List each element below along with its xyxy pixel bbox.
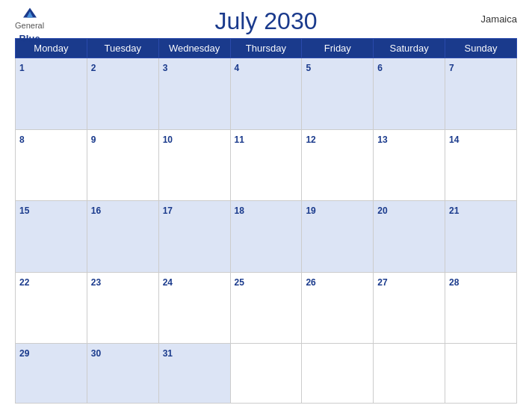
country-label: Jamaica bbox=[481, 13, 517, 25]
day-number: 2 bbox=[91, 63, 96, 73]
table-row: 5 bbox=[302, 58, 374, 130]
table-row: 8 bbox=[16, 129, 87, 201]
day-number: 22 bbox=[19, 277, 29, 288]
table-row bbox=[230, 344, 302, 404]
table-row: 6 bbox=[374, 58, 445, 130]
day-number: 14 bbox=[449, 135, 459, 145]
table-row: 2 bbox=[87, 58, 158, 130]
calendar-week-row: 22232425262728 bbox=[16, 272, 517, 344]
calendar-week-row: 15161718192021 bbox=[16, 201, 517, 273]
header-wednesday: Wednesday bbox=[158, 39, 230, 58]
table-row: 14 bbox=[445, 129, 517, 201]
header-sunday: Sunday bbox=[445, 39, 517, 58]
table-row bbox=[302, 344, 374, 404]
day-number: 12 bbox=[306, 135, 315, 145]
table-row: 10 bbox=[158, 129, 230, 201]
day-number: 7 bbox=[449, 63, 454, 73]
table-row: 17 bbox=[158, 201, 230, 273]
day-number: 3 bbox=[163, 63, 168, 73]
day-number: 4 bbox=[235, 63, 240, 73]
table-row: 25 bbox=[230, 272, 302, 344]
day-number: 31 bbox=[163, 348, 173, 359]
day-number: 19 bbox=[306, 206, 315, 216]
table-row: 30 bbox=[87, 344, 158, 404]
table-row: 11 bbox=[230, 129, 302, 201]
table-row: 28 bbox=[445, 272, 517, 344]
table-row: 16 bbox=[87, 201, 158, 273]
table-row bbox=[445, 344, 517, 404]
header-thursday: Thursday bbox=[230, 39, 302, 58]
table-row: 21 bbox=[445, 201, 517, 273]
table-row: 24 bbox=[158, 272, 230, 344]
day-number: 15 bbox=[19, 206, 29, 216]
day-number: 21 bbox=[449, 206, 459, 216]
day-number: 20 bbox=[377, 206, 387, 216]
day-number: 26 bbox=[306, 277, 315, 288]
header-saturday: Saturday bbox=[374, 39, 445, 58]
calendar-week-row: 293031 bbox=[16, 344, 517, 404]
day-number: 29 bbox=[19, 348, 29, 359]
day-number: 5 bbox=[306, 63, 311, 73]
day-number: 18 bbox=[235, 206, 244, 216]
table-row: 15 bbox=[16, 201, 87, 273]
day-number: 8 bbox=[19, 135, 25, 145]
table-row: 27 bbox=[374, 272, 445, 344]
day-number: 27 bbox=[377, 277, 387, 288]
day-number: 16 bbox=[91, 206, 101, 216]
day-number: 11 bbox=[235, 135, 244, 145]
table-row: 3 bbox=[158, 58, 230, 130]
day-number: 30 bbox=[91, 348, 101, 359]
day-number: 13 bbox=[377, 135, 387, 145]
day-number: 25 bbox=[235, 277, 244, 288]
table-row: 7 bbox=[445, 58, 517, 130]
table-row: 20 bbox=[374, 201, 445, 273]
table-row: 18 bbox=[230, 201, 302, 273]
day-number: 1 bbox=[19, 63, 25, 73]
table-row: 23 bbox=[87, 272, 158, 344]
table-row: 1 bbox=[16, 58, 87, 130]
day-number: 28 bbox=[449, 277, 459, 288]
table-row: 9 bbox=[87, 129, 158, 201]
table-row: 12 bbox=[302, 129, 374, 201]
day-number: 10 bbox=[163, 135, 173, 145]
calendar-week-row: 1234567 bbox=[16, 58, 517, 130]
table-row: 26 bbox=[302, 272, 374, 344]
table-row: 13 bbox=[374, 129, 445, 201]
day-number: 6 bbox=[377, 63, 383, 73]
table-row bbox=[374, 344, 445, 404]
weekday-header-row: Monday Tuesday Wednesday Thursday Friday… bbox=[16, 39, 517, 58]
logo-general-text: General bbox=[15, 21, 44, 30]
header-friday: Friday bbox=[302, 39, 374, 58]
calendar-week-row: 891011121314 bbox=[16, 129, 517, 201]
logo-icon bbox=[23, 7, 37, 18]
day-number: 17 bbox=[163, 206, 173, 216]
table-row: 4 bbox=[230, 58, 302, 130]
calendar-table: Monday Tuesday Wednesday Thursday Friday… bbox=[15, 38, 517, 404]
logo: General Blue bbox=[15, 7, 44, 45]
day-number: 9 bbox=[91, 135, 96, 145]
logo-blue-text: Blue bbox=[19, 33, 40, 44]
table-row: 19 bbox=[302, 201, 374, 273]
calendar-title: July 2030 bbox=[215, 7, 318, 35]
day-number: 24 bbox=[163, 277, 173, 288]
calendar-header: General Blue July 2030 Jamaica bbox=[15, 7, 517, 35]
table-row: 29 bbox=[16, 344, 87, 404]
table-row: 31 bbox=[158, 344, 230, 404]
table-row: 22 bbox=[16, 272, 87, 344]
header-tuesday: Tuesday bbox=[87, 39, 158, 58]
day-number: 23 bbox=[91, 277, 101, 288]
